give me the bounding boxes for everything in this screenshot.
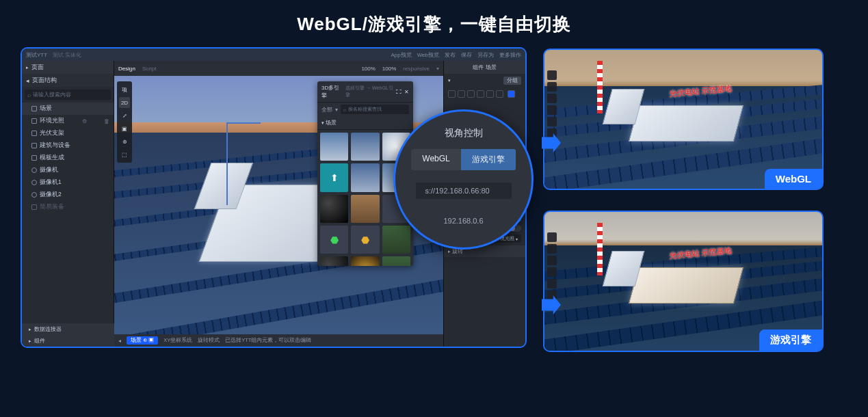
tree-root-scene[interactable]: 场景: [22, 103, 114, 115]
tree-item-env-light[interactable]: 环境光照⚙🗑: [22, 115, 114, 127]
action-web-preview[interactable]: Web预览: [417, 51, 439, 59]
breadcrumb: 测试 实体化: [53, 51, 81, 59]
vp-tool-move[interactable]: ⤢: [119, 110, 130, 121]
action-app-preview[interactable]: App预览: [391, 51, 411, 59]
tree-item-cameras[interactable]: 摄像机: [22, 164, 114, 176]
asset-search[interactable]: 按名称搜索查找: [341, 105, 409, 114]
asset-header: 3D多引擎: [321, 84, 343, 99]
zoom-2[interactable]: 100%: [382, 66, 396, 72]
asset-section-scene[interactable]: 场景: [317, 116, 413, 130]
vp-tool-label: 项: [119, 84, 130, 95]
tree-header[interactable]: 页面: [22, 61, 114, 74]
chimney: [597, 61, 603, 113]
asset-close-icon[interactable]: ✕: [404, 89, 409, 95]
action-saveas[interactable]: 另存为: [477, 51, 494, 59]
status-text: 已选择YTT组内元素，可以双击编辑: [225, 337, 311, 344]
switch-game-engine[interactable]: 游戏引擎: [461, 149, 516, 170]
responsive-select[interactable]: responsive: [403, 66, 430, 72]
action-save[interactable]: 保存: [461, 51, 472, 59]
zoom-header: 视角控制: [445, 127, 483, 139]
scene-chip[interactable]: 场景 ⊕ ▣: [127, 336, 158, 345]
asset-upload[interactable]: ⬆: [320, 163, 348, 191]
vp-tool-box[interactable]: ▣: [119, 123, 130, 134]
scene-tree-panel: 页面 ◂ 页面结构 请输入搜索内容 场景 环境光照⚙🗑 光伏支架 建筑与设备 模…: [22, 61, 114, 347]
tree-components[interactable]: 组件: [22, 335, 114, 347]
vp-tool-2d[interactable]: 2D: [119, 97, 130, 108]
factory-preview: [629, 105, 744, 142]
zoom-1[interactable]: 100%: [361, 66, 375, 72]
asset-expand-icon[interactable]: ⛶: [396, 89, 402, 95]
asset-night[interactable]: [320, 195, 348, 223]
badge-engine: 游戏引擎: [759, 329, 822, 351]
tree-item-simple[interactable]: 简易装备: [22, 201, 114, 213]
canvas-toolbar: Design Script 100% 100% responsive ▾: [114, 61, 443, 76]
tree-item-camera2[interactable]: 摄像机2: [22, 189, 114, 201]
tree-item-building[interactable]: 建筑与设备: [22, 139, 114, 152]
asset-sky-1[interactable]: [320, 133, 348, 161]
asset-grass[interactable]: [382, 226, 410, 254]
preview-engine: 光伏电站 示范基地 游戏引擎: [543, 211, 824, 352]
inspector-header: 组件 场景: [444, 61, 525, 74]
asset-filter-all[interactable]: 全部: [321, 106, 332, 113]
zoom-ws-url[interactable]: s://192.168.0.66:80: [416, 183, 512, 199]
asset-sub: 选择引擎 → WebGL引擎: [345, 85, 393, 98]
tree-section-structure[interactable]: ◂ 页面结构: [22, 74, 114, 87]
asset-terrain-sand[interactable]: [351, 195, 379, 223]
asset-cube[interactable]: ⬣: [351, 226, 379, 254]
tree-bottom: 数据连接器 组件: [22, 323, 114, 347]
crane-model: [226, 122, 228, 205]
project-name: 测试YTT: [26, 51, 47, 59]
preview-overlay-toolbar: [547, 232, 557, 300]
viewport-toolbar: 项 2D ⤢ ▣ ⊕ ⬚: [117, 81, 132, 163]
tree-search[interactable]: 请输入搜索内容: [25, 90, 111, 100]
zoom-addr: 192.168.0.6: [443, 217, 483, 225]
asset-tree[interactable]: ⬣: [320, 226, 348, 254]
asset-sky-3[interactable]: [351, 163, 379, 191]
asset-forest[interactable]: [382, 256, 410, 266]
vp-tool-add[interactable]: ⊕: [119, 136, 130, 147]
page-title: WebGL/游戏引擎，一键自由切换: [0, 0, 868, 47]
tree-item-camera1[interactable]: 摄像机1: [22, 176, 114, 189]
tab-design[interactable]: Design: [118, 66, 135, 72]
status-bar: ◂ 场景 ⊕ ▣ XY坐标系统 旋转模式 已选择YTT组内元素，可以双击编辑: [114, 334, 443, 347]
tree-item-solar[interactable]: 光伏支架: [22, 127, 114, 139]
tab-script[interactable]: Script: [142, 66, 156, 72]
action-more[interactable]: 更多操作: [499, 51, 521, 59]
chimney: [597, 223, 603, 275]
inspector-group[interactable]: 分组: [444, 74, 525, 88]
coord-system[interactable]: XY坐标系统: [163, 337, 192, 344]
rotate-mode[interactable]: 旋转模式: [198, 337, 220, 344]
asset-dark2[interactable]: [320, 256, 348, 266]
zoom-callout: 视角控制 WebGL 游戏引擎 s://192.168.0.66:80 192.…: [393, 109, 534, 250]
switch-webgl[interactable]: WebGL: [411, 149, 460, 170]
delete-icon[interactable]: 🗑: [104, 118, 109, 124]
preview-webgl: 光伏电站 示范基地 WebGL: [543, 49, 824, 190]
vp-tool-select[interactable]: ⬚: [119, 149, 130, 160]
preview-overlay-toolbar: [547, 70, 557, 138]
asset-sunset[interactable]: [351, 256, 379, 266]
viewport-prev-icon[interactable]: ◂: [118, 338, 121, 344]
tree-item-template[interactable]: 模板生成: [22, 152, 114, 164]
editor-titlebar: 测试YTT 测试 实体化 App预览 Web预览 发布 保存 另存为 更多操作: [22, 49, 525, 61]
factory-preview: [629, 267, 744, 304]
preview-column: 光伏电站 示范基地 WebGL 光伏电站 示范基地 游戏引擎: [543, 47, 824, 352]
engine-switch: WebGL 游戏引擎: [411, 149, 515, 170]
badge-webgl: WebGL: [765, 169, 822, 189]
asset-sky-2[interactable]: [351, 133, 379, 161]
settings-icon[interactable]: ⚙: [82, 118, 87, 124]
inspector-toolbar[interactable]: [444, 88, 525, 100]
tree-data-connector[interactable]: 数据连接器: [22, 323, 114, 335]
action-publish[interactable]: 发布: [445, 51, 456, 59]
